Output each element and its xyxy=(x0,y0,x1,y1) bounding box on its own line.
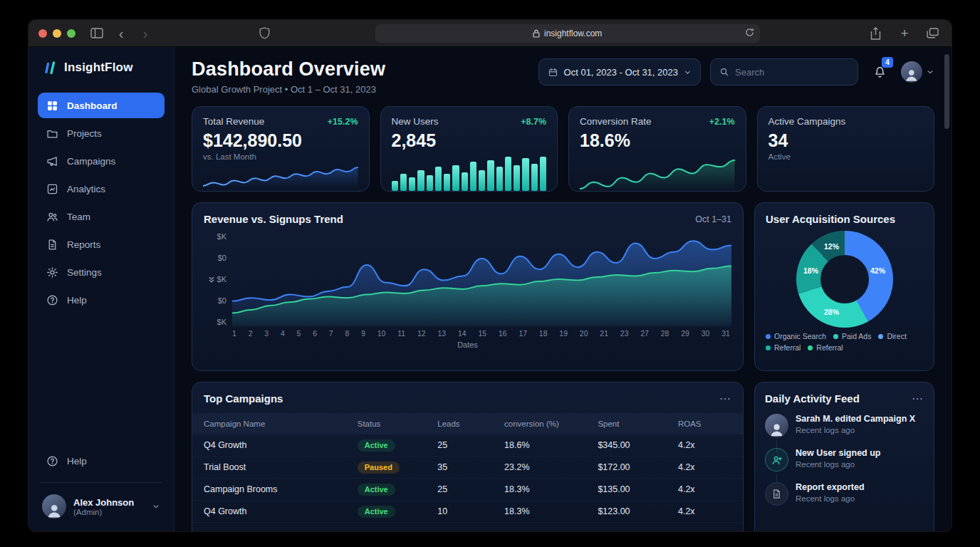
search-input[interactable] xyxy=(735,67,849,78)
new-users-bar-chart xyxy=(392,157,547,191)
sidebar-item-help[interactable]: Help xyxy=(38,287,165,313)
x-tick: 6 xyxy=(313,329,317,338)
column-header: Leads xyxy=(437,420,504,428)
x-tick: 27 xyxy=(640,329,649,338)
x-tick: 9 xyxy=(361,329,365,338)
sidebar-item-label: Dashboard xyxy=(67,100,118,111)
table-row[interactable]: Q4 Growth Active 25 18.6% $345.00 4.2x xyxy=(192,434,743,457)
feed-item[interactable]: Sarah M. edited Campaign X Recent logs a… xyxy=(765,414,924,437)
sidebar-item-label: Team xyxy=(67,212,90,222)
sidebar-item-projects[interactable]: Projects xyxy=(38,120,165,146)
search-field[interactable] xyxy=(710,58,858,85)
sidebar-footer-help-label: Help xyxy=(67,456,87,467)
donut-ring: 42%28%18%12% xyxy=(796,231,893,328)
report-icon xyxy=(765,482,788,506)
cell-leads: 25 xyxy=(437,484,504,494)
feed-item[interactable]: New User signed up Recent logs ago xyxy=(765,448,924,472)
cell-conversion: 18.6% xyxy=(504,440,598,450)
privacy-shield-icon[interactable] xyxy=(256,25,273,42)
sidebar-item-label: Analytics xyxy=(67,184,105,194)
table-row[interactable]: Q4 Growth Active 10 18.3% $123.00 4.2x xyxy=(192,501,743,523)
sidebar-toggle-icon[interactable] xyxy=(88,25,105,42)
legend-dot xyxy=(766,345,771,350)
calendar-icon xyxy=(548,67,558,78)
notifications-button[interactable]: 4 xyxy=(867,58,892,85)
x-tick: 2 xyxy=(249,329,253,338)
minimize-window-button[interactable] xyxy=(53,29,61,38)
page-title: Dashboard Overview xyxy=(192,58,385,80)
address-bar[interactable]: insightflow.com xyxy=(375,24,760,43)
sidebar-item-dashboard[interactable]: Dashboard xyxy=(38,93,165,118)
sidebar: InsightFlow Dashboard Projects Campaigns xyxy=(28,47,174,531)
acquisition-sources-card: User Acquisition Sources 42%28%18%12% Or… xyxy=(754,202,934,371)
profile-menu[interactable] xyxy=(901,61,934,83)
sidebar-footer-help[interactable]: Help xyxy=(38,448,165,474)
sidebar-item-label: Reports xyxy=(67,239,100,250)
slice-label: 18% xyxy=(803,266,818,275)
close-window-button[interactable] xyxy=(38,29,47,38)
table-menu-button[interactable]: ⋯ xyxy=(719,392,731,405)
sidebar-item-reports[interactable]: Reports xyxy=(38,231,165,257)
mini-bar xyxy=(435,167,442,191)
search-icon xyxy=(719,67,729,77)
cell-roas: 4.2x xyxy=(678,506,731,516)
cell-roas: 4.2x xyxy=(678,462,731,472)
kpi-sub: vs. Last Month xyxy=(203,152,358,161)
reload-icon[interactable] xyxy=(745,28,754,37)
mini-bar xyxy=(487,160,494,191)
notification-badge: 4 xyxy=(882,57,893,68)
sidebar-item-analytics[interactable]: Analytics xyxy=(38,176,165,202)
donut-chart-title: User Acquisition Sources xyxy=(766,213,895,225)
share-icon[interactable] xyxy=(867,25,885,42)
feed-item-time: Recent logs ago xyxy=(796,494,865,503)
sidebar-item-settings[interactable]: Settings xyxy=(38,259,165,285)
x-tick: 23 xyxy=(620,329,629,338)
y-tick: $K xyxy=(217,275,226,283)
legend-dot xyxy=(808,345,813,350)
y-tick: $K xyxy=(217,232,226,241)
scrollbar[interactable] xyxy=(944,54,949,129)
mini-bar xyxy=(409,177,415,191)
legend-dot xyxy=(833,334,838,339)
new-tab-icon[interactable]: + xyxy=(896,25,913,42)
x-tick: 13 xyxy=(437,329,446,338)
forward-icon[interactable]: › xyxy=(137,25,154,42)
lock-icon xyxy=(533,29,540,38)
x-tick: 11 xyxy=(397,329,405,338)
feed-menu-button[interactable]: ⋯ xyxy=(912,392,924,405)
chevron-down-icon xyxy=(926,68,934,76)
table-row[interactable]: Trial Boost Paused 35 23.2% $172.00 4.2x xyxy=(192,457,743,479)
help-icon xyxy=(46,454,59,467)
x-tick: 15 xyxy=(478,329,486,338)
feed-item[interactable]: Report exported Recent logs ago xyxy=(765,482,924,506)
cell-leads: 35 xyxy=(437,462,504,472)
tab-overview-icon[interactable] xyxy=(924,25,942,42)
table-row[interactable]: Campaign Brooms Active 25 18.3% $135.00 … xyxy=(192,479,743,501)
status-badge: Active xyxy=(358,439,395,452)
date-range-value: Oct 01, 2023 - Oct 31, 2023 xyxy=(564,67,678,78)
sidebar-item-campaigns[interactable]: Campaigns xyxy=(38,148,165,174)
sidebar-item-team[interactable]: Team xyxy=(38,204,165,229)
user-role: (Admin) xyxy=(73,508,145,516)
conversion-sparkline xyxy=(580,158,735,191)
back-icon[interactable]: ‹ xyxy=(113,25,130,42)
document-icon xyxy=(46,238,59,251)
mini-bar xyxy=(417,170,424,191)
kpi-value: $142,890.50 xyxy=(203,130,358,151)
column-header: conversion (%) xyxy=(504,420,598,428)
mini-bar xyxy=(540,157,546,191)
user-menu[interactable]: Alex Johnson (Admin) xyxy=(38,491,165,521)
mini-bar xyxy=(400,174,407,191)
cell-conversion: 23.2% xyxy=(504,462,598,472)
mini-bar xyxy=(462,172,468,191)
x-tick: 4 xyxy=(281,329,285,338)
y-axis-collapse-icon[interactable] xyxy=(208,276,215,283)
kpi-value: 2,845 xyxy=(392,130,547,151)
mini-bar xyxy=(531,164,538,191)
date-range-picker[interactable]: Oct 01, 2023 - Oct 31, 2023 xyxy=(538,58,701,85)
kpi-card-new-users: New Users +8.7% 2,845 xyxy=(380,106,558,192)
browser-window: ‹ › insightflow.com + xyxy=(28,20,952,531)
sidebar-item-label: Campaigns xyxy=(67,156,115,167)
zoom-window-button[interactable] xyxy=(67,29,75,38)
activity-feed-card: Daily Activity Feed ⋯ Sarah M. edited Ca… xyxy=(754,382,934,531)
